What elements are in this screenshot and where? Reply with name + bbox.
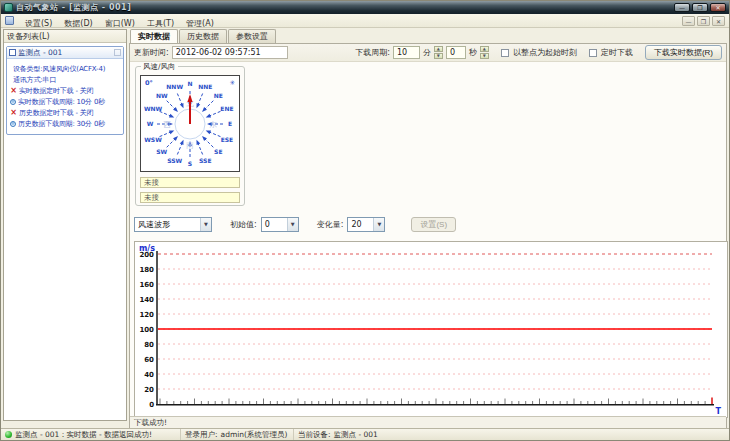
device-detail-text: 实时数据下载周期: 10分 0秒 xyxy=(18,97,105,107)
x-icon: × xyxy=(10,87,17,95)
y-axis-tick-label: 60 xyxy=(144,356,154,364)
data-panel: 实时数据历史数据参数设置 更新时间: 2012-06-02 09:57:51 下… xyxy=(129,29,727,429)
compass-direction-label: ENE xyxy=(220,105,233,112)
waveform-select[interactable]: 风速波形 ▼ xyxy=(134,217,212,232)
mdi-close-button[interactable]: ✕ xyxy=(712,16,725,26)
device-detail-text: 历史数据定时下载 - 关闭 xyxy=(19,108,93,118)
compass-direction-label: E xyxy=(228,120,232,127)
spin-down-icon[interactable]: ▼ xyxy=(434,53,443,59)
waveform-select-value: 风速波形 xyxy=(135,219,200,230)
wind-speed-field: 未接 xyxy=(140,177,240,188)
login-user-label: 登录用户: xyxy=(185,430,218,440)
tab-参数设置[interactable]: 参数设置 xyxy=(228,29,276,43)
wind-group: 风速/风向 NNNENEENEEESESESSESSSWSWWSWWWNWNWN… xyxy=(135,66,245,206)
wind-group-title: 风速/风向 xyxy=(141,62,178,72)
app-window: 自动气象站 - [监测点 - 001] — ❐ ✕ 设置(S)数据(D)窗口(W… xyxy=(0,0,730,441)
waveform-controls: 风速波形 ▼ 初始值: 0 ▼ 变化量: 20 ▼ 设置(S) xyxy=(134,216,456,232)
menu-item[interactable]: 窗口(W) xyxy=(99,18,141,29)
x-icon: × xyxy=(10,109,17,117)
checkbox-timed-download-label[interactable]: 定时下载 xyxy=(601,47,633,58)
device-node-header[interactable]: 监测点 - 001 xyxy=(7,47,123,59)
compass-direction-label: SE xyxy=(214,148,222,155)
device-detail-text: 实时数据定时下载 - 关闭 xyxy=(19,86,93,96)
y-axis-tick-label: 100 xyxy=(139,326,154,334)
device-detail-row: 历史数据下载周期: 30分 0秒 xyxy=(9,118,121,129)
maximize-button[interactable]: ❐ xyxy=(692,3,708,12)
compass-svg: NNNENEENEEESESESSESSSWSWWSWWWNWNWNNW北南东西… xyxy=(141,76,239,171)
window-controls: — ❐ ✕ xyxy=(674,3,726,12)
mdi-restore-button[interactable]: ❐ xyxy=(697,16,710,26)
initial-value-select[interactable]: 0 ▼ xyxy=(261,217,299,232)
tab-历史数据[interactable]: 历史数据 xyxy=(179,29,227,43)
y-axis-unit-label: m/s xyxy=(139,244,155,253)
minutes-input[interactable]: 10 xyxy=(393,46,420,59)
spin-down-icon[interactable]: ▼ xyxy=(480,53,489,59)
y-axis-tick-label: 140 xyxy=(139,296,154,304)
update-time-label: 更新时间: xyxy=(134,47,169,58)
minimize-button[interactable]: — xyxy=(674,3,690,12)
minutes-spinner[interactable]: ▲▼ xyxy=(434,46,443,59)
checkbox-timed-download[interactable] xyxy=(589,49,597,57)
mdi-minimize-button[interactable]: — xyxy=(682,16,695,26)
device-detail-text: 设备类型:风速风向仪(ACFX-4) xyxy=(13,64,105,74)
wind-direction-field: 未接 xyxy=(140,192,240,203)
compass-corner-mark: ✳ xyxy=(230,79,236,87)
device-detail-row: 设备类型:风速风向仪(ACFX-4) xyxy=(9,63,121,74)
compass-direction-label: S xyxy=(188,160,192,167)
y-axis-tick-label: 120 xyxy=(139,311,154,319)
success-icon xyxy=(5,431,12,438)
device-detail-text: 历史数据下载周期: 30分 0秒 xyxy=(18,119,105,129)
spin-up-icon[interactable]: ▲ xyxy=(434,46,443,52)
compass-direction-label: SW xyxy=(156,148,167,155)
seconds-unit-label: 秒 xyxy=(469,47,477,58)
device-grid-icon xyxy=(9,49,16,56)
change-amount-select[interactable]: 20 ▼ xyxy=(347,217,385,232)
settings-button[interactable]: 设置(S) xyxy=(411,217,456,232)
y-axis-tick-label: 40 xyxy=(144,371,154,379)
compass-direction-label: NE xyxy=(214,92,223,99)
close-button[interactable]: ✕ xyxy=(710,3,726,12)
compass-direction-label: N xyxy=(187,80,192,87)
menu-item[interactable]: 设置(S) xyxy=(19,18,58,29)
spin-up-icon[interactable]: ▲ xyxy=(480,46,489,52)
seconds-spinner[interactable]: ▲▼ xyxy=(480,46,489,59)
device-detail-text: 通讯方式:串口 xyxy=(13,75,56,85)
chevron-down-icon: ▼ xyxy=(200,218,211,231)
clock-icon xyxy=(10,99,16,105)
compass-direction-label: ESE xyxy=(221,136,234,143)
device-node[interactable]: 监测点 - 001 设备类型:风速风向仪(ACFX-4)通讯方式:串口×实时数据… xyxy=(6,46,124,135)
tab-content: 更新时间: 2012-06-02 09:57:51 下载周期: 10 分 ▲▼ … xyxy=(129,43,727,429)
download-realtime-button[interactable]: 下载实时数据(R) xyxy=(645,45,722,60)
device-detail-row: 实时数据下载周期: 10分 0秒 xyxy=(9,96,121,107)
status-message: 监测点 - 001 : 实时数据 - 数据返回成功! xyxy=(15,430,152,440)
seconds-input[interactable]: 0 xyxy=(446,46,466,59)
wind-compass: NNNENEENEEESESESSESSSWSWWSWWWNWNWNNW北南东西… xyxy=(140,75,240,172)
download-status-text: 下载成功! xyxy=(130,416,726,428)
device-detail-row: 通讯方式:串口 xyxy=(9,74,121,85)
login-user-value: admin(系统管理员) xyxy=(221,430,288,440)
y-axis-tick-label: 160 xyxy=(139,281,154,289)
compass-direction-label: NNW xyxy=(166,83,183,90)
menu-item[interactable]: 数据(D) xyxy=(58,18,98,29)
node-pin-icon[interactable] xyxy=(114,49,121,56)
device-node-details: 设备类型:风速风向仪(ACFX-4)通讯方式:串口×实时数据定时下载 - 关闭实… xyxy=(7,59,123,134)
compass-direction-label: SSW xyxy=(167,157,182,164)
initial-value-label: 初始值: xyxy=(230,219,257,230)
chart-svg: 200180160140120100806040200m/sT xyxy=(135,242,727,417)
checkbox-hour-start[interactable] xyxy=(501,49,509,57)
menu-item[interactable]: 工具(T) xyxy=(141,18,180,29)
x-axis-unit-label: T xyxy=(716,407,722,416)
realtime-toolbar: 更新时间: 2012-06-02 09:57:51 下载周期: 10 分 ▲▼ … xyxy=(130,44,726,62)
menu-items: 设置(S)数据(D)窗口(W)工具(T)管理(A) xyxy=(19,11,220,30)
download-controls: 下载周期: 10 分 ▲▼ 0 秒 ▲▼ 以整点为起始时刻 定时下载 下载实时数… xyxy=(355,45,722,60)
current-device-segment: 当前设备: 监测点 - 001 xyxy=(294,429,729,440)
login-user-segment: 登录用户: admin(系统管理员) xyxy=(181,429,294,440)
clock-icon xyxy=(10,121,16,127)
minutes-unit-label: 分 xyxy=(423,47,431,58)
menu-item[interactable]: 管理(A) xyxy=(180,18,220,29)
device-detail-row: ×历史数据定时下载 - 关闭 xyxy=(9,107,121,118)
child-window-icon[interactable] xyxy=(5,16,14,25)
checkbox-hour-start-label[interactable]: 以整点为起始时刻 xyxy=(513,47,577,58)
tab-实时数据[interactable]: 实时数据 xyxy=(130,29,178,43)
y-axis-tick-label: 20 xyxy=(144,386,154,394)
